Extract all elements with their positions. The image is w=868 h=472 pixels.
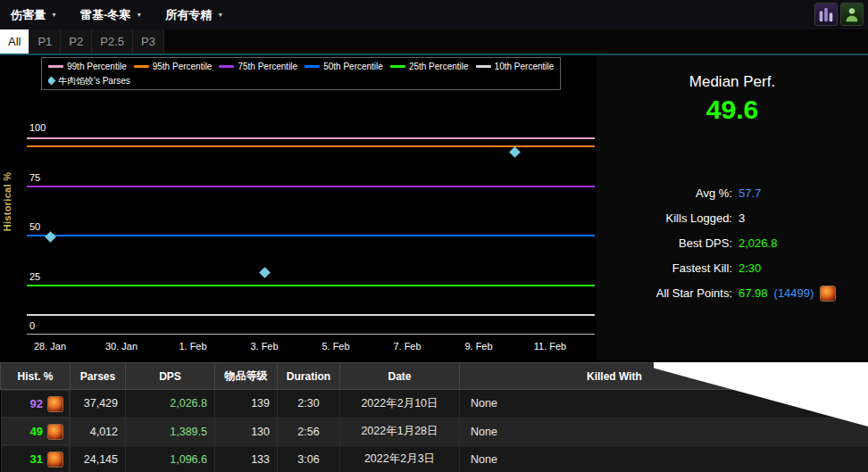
x-tick-label: 30. Jan [96,341,146,352]
stat-label: Fastest Kill: [597,261,732,275]
dps-cell: 2,026.8 [126,390,215,418]
column-header-1[interactable]: Parses [71,363,126,390]
table-row-2[interactable]: 3124,1451,096.61333:062022年2月3日None [1,445,868,472]
column-header-4[interactable]: Duration [278,363,340,390]
stat-label: Avg %: [597,186,732,200]
stat-value: 2,026.8 [739,236,777,250]
median-perf-title: Median Perf. [597,73,868,91]
stats-panel: Median Perf. 49.6 Avg %:57.7Kills Logged… [597,55,868,360]
stat-value: 57.7 [739,186,761,200]
duration-cell: 2:30 [278,390,340,418]
parses-cell: 4,012 [71,418,126,445]
legend-swatch [134,65,149,68]
hist-percent-cell: 31 [1,445,71,472]
legend-row-percentiles: 99th Percentile95th Percentile75th Perce… [48,61,554,72]
stat-row-1: Kills Logged:3 [597,210,868,227]
date-cell: 2022年2月3日 [340,445,460,472]
item-level-cell: 139 [215,390,278,418]
spec-icon [47,451,63,468]
column-header-3[interactable]: 物品等级 [215,363,278,390]
percentile-line-10 [27,314,595,316]
spec-icon [47,396,63,412]
stat-value: 2:30 [739,261,761,275]
stat-label: All Star Points: [597,286,732,300]
y-tick-label: 25 [29,271,40,282]
x-tick-label: 3. Feb [239,341,289,352]
tab-p2[interactable]: P2 [61,29,92,54]
x-tick-label: 5. Feb [311,341,361,352]
parses-legend-label: 牛肉馅饺's Parses [58,75,130,87]
parse-point[interactable] [509,146,521,158]
stat-row-2: Best DPS:2,026.8 [597,235,868,252]
parse-table-section: Hist. %ParsesDPS物品等级DurationDateKilled W… [0,362,868,472]
legend-label: 10th Percentile [495,62,554,71]
table-row-1[interactable]: 494,0121,389.51302:562022年1月28日None [1,418,868,445]
y-tick-label: 75 [29,172,40,183]
raid-composition-icon[interactable] [814,3,838,26]
legend-swatch [305,65,320,68]
legend-item-75th[interactable]: 75th Percentile [219,62,297,71]
menu-1[interactable]: 伤害量▼ [11,7,57,23]
parse-point[interactable] [45,231,56,243]
duration-cell: 3:06 [278,445,340,472]
y-tick-label: 100 [29,122,46,133]
plot-area: 025507510028. Jan30. Jan1. Feb3. Feb5. F… [27,116,595,359]
stat-row-0: Avg %:57.7 [597,185,868,202]
person-glyph [842,4,862,24]
parses-cell: 24,145 [71,445,126,472]
median-perf-value: 49.6 [597,95,868,125]
menu-2[interactable]: 雷基-冬寒▼ [80,7,142,23]
spec-icon [47,424,63,440]
hist-percent-cell: 49 [1,418,71,445]
topbar-menus: 伤害量▼雷基-冬寒▼所有专精▼ [11,7,223,23]
legend-label: 95th Percentile [153,62,213,71]
column-header-0[interactable]: Hist. % [1,363,71,390]
tab-all[interactable]: All [0,29,29,54]
stat-extra-link[interactable]: (14499) [774,286,814,300]
stat-row-4: All Star Points:67.98(14499) [597,285,868,302]
column-header-2[interactable]: DPS [126,363,215,390]
legend-item-25th[interactable]: 25th Percentile [390,62,469,71]
chart-section: 99th Percentile95th Percentile75th Perce… [0,55,597,360]
hist-percent-cell: 92 [1,390,71,418]
column-header-5[interactable]: Date [340,363,460,390]
stat-row-3: Fastest Kill:2:30 [597,260,868,277]
y-axis-title: Historical % [2,159,13,244]
parse-point[interactable] [259,267,271,278]
legend-swatch [219,65,234,68]
menu-label: 伤害量 [11,7,46,23]
item-level-cell: 130 [215,418,278,445]
killed-with-cell: None [460,418,868,445]
topbar-icons [814,3,864,26]
legend-swatch [390,65,405,68]
tab-p2-5[interactable]: P2.5 [92,29,133,54]
menu-label: 雷基-冬寒 [80,7,130,23]
x-tick-label: 28. Jan [25,341,75,352]
stat-label: Kills Logged: [597,211,732,225]
dps-cell: 1,389.5 [126,418,215,445]
legend-item-10th[interactable]: 10th Percentile [476,62,554,71]
legend-item-50th[interactable]: 50th Percentile [305,62,383,71]
percentile-line-25 [27,285,595,286]
character-icon[interactable] [840,3,864,26]
legend-item-95th[interactable]: 95th Percentile [134,62,213,71]
legend-row-parses: 牛肉馅饺's Parses [48,75,554,87]
dps-cell: 1,096.6 [126,445,215,472]
percentile-line-95 [27,145,595,147]
table-row-0[interactable]: 9237,4292,026.81392:302022年2月10日None [1,390,868,418]
percentile-line-75 [27,186,595,187]
legend-item-parses[interactable]: 牛肉馅饺's Parses [48,75,130,87]
y-tick-label: 50 [29,221,40,232]
tab-p3[interactable]: P3 [133,29,164,54]
chart-legend: 99th Percentile95th Percentile75th Perce… [41,57,561,90]
hist-percent-value: 92 [30,397,43,410]
legend-label: 25th Percentile [409,62,469,71]
topbar: 伤害量▼雷基-冬寒▼所有专精▼ [0,0,868,29]
menu-3[interactable]: 所有专精▼ [165,7,223,23]
legend-label: 75th Percentile [238,62,297,71]
tab-bar: AllP1P2P2.5P3 [0,29,868,55]
stats-rows: Avg %:57.7Kills Logged:3Best DPS:2,026.8… [597,185,868,302]
tab-p1[interactable]: P1 [29,29,61,54]
legend-item-99th[interactable]: 99th Percentile [48,62,127,71]
date-cell: 2022年2月10日 [340,390,460,418]
